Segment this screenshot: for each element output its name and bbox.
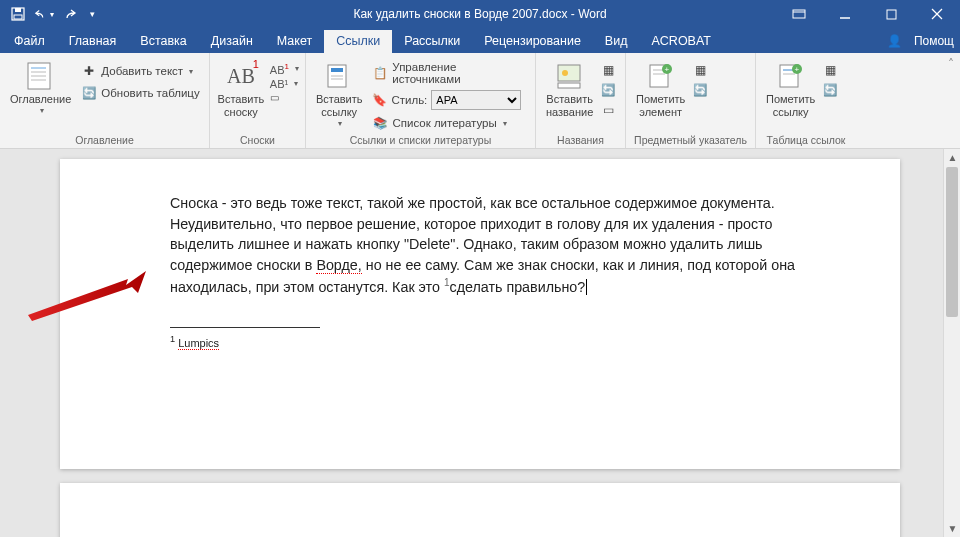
next-footnote-button[interactable]: AB¹▾ bbox=[268, 77, 301, 91]
citation-icon bbox=[323, 60, 355, 92]
minimize-icon[interactable] bbox=[822, 0, 868, 28]
group-captions: Вставить название ▦ 🔄 ▭ Названия bbox=[536, 53, 626, 148]
tab-insert[interactable]: Вставка bbox=[128, 30, 198, 53]
update-icon: 🔄 bbox=[81, 85, 97, 101]
insert-footnote-button[interactable]: AB 1 Вставить сноску bbox=[214, 57, 268, 119]
window-controls bbox=[776, 0, 960, 28]
page[interactable]: Сноска - это ведь тоже текст, такой же п… bbox=[60, 159, 900, 469]
quick-access-toolbar: ▾ ▾ bbox=[0, 0, 98, 28]
tab-references[interactable]: Ссылки bbox=[324, 30, 392, 53]
undo-icon[interactable]: ▾ bbox=[34, 4, 54, 24]
biblio-icon: 📚 bbox=[372, 115, 388, 131]
red-arrow-annotation bbox=[28, 271, 148, 321]
tab-view[interactable]: Вид bbox=[593, 30, 640, 53]
svg-rect-2 bbox=[14, 15, 22, 19]
toc-label: Оглавление bbox=[10, 93, 71, 106]
paragraph[interactable]: Сноска - это ведь тоже текст, такой же п… bbox=[170, 193, 800, 297]
tab-review[interactable]: Рецензирование bbox=[472, 30, 593, 53]
group-index-title: Предметный указатель bbox=[630, 133, 751, 147]
update-index-button[interactable]: 🔄 bbox=[691, 81, 709, 99]
svg-rect-1 bbox=[15, 8, 21, 12]
collapse-ribbon-icon[interactable]: ˄ bbox=[942, 53, 960, 148]
ribbon: Оглавление ▾ ✚Добавить текст▾ 🔄Обновить … bbox=[0, 53, 960, 149]
svg-text:+: + bbox=[664, 65, 669, 74]
svg-point-19 bbox=[562, 70, 568, 76]
share-icon[interactable]: 👤 bbox=[887, 34, 902, 48]
title-bar: ▾ ▾ Как удалить сноски в Ворде 2007.docx… bbox=[0, 0, 960, 28]
ribbon-tabs: Файл Главная Вставка Дизайн Макет Ссылки… bbox=[0, 28, 960, 53]
scroll-down-icon[interactable]: ▼ bbox=[944, 520, 960, 537]
mark-entry-button[interactable]: + Пометить элемент bbox=[630, 57, 691, 119]
scroll-thumb[interactable] bbox=[946, 167, 958, 317]
help-label[interactable]: Помощ bbox=[914, 34, 954, 48]
group-captions-title: Названия bbox=[540, 133, 621, 147]
update-table-button[interactable]: 🔄Обновить таблицу bbox=[77, 83, 203, 103]
mark-icon: + bbox=[645, 60, 677, 92]
close-icon[interactable] bbox=[914, 0, 960, 28]
footnote-separator bbox=[170, 327, 320, 328]
group-toa: + Пометить ссылку ▦ 🔄 Таблица ссылок bbox=[756, 53, 856, 148]
mark-cite-icon: + bbox=[775, 60, 807, 92]
footnote-text[interactable]: 1 Lumpics bbox=[170, 334, 800, 349]
style-icon: 🔖 bbox=[372, 93, 387, 107]
redo-icon[interactable] bbox=[60, 4, 80, 24]
insert-toa-button[interactable]: ▦ bbox=[821, 61, 839, 79]
toc-button[interactable]: Оглавление ▾ bbox=[4, 57, 77, 115]
group-index: + Пометить элемент ▦ 🔄 Предметный указат… bbox=[626, 53, 756, 148]
caption-opt3[interactable]: ▭ bbox=[599, 101, 617, 119]
qat-customize-icon[interactable]: ▾ bbox=[86, 4, 98, 24]
svg-marker-31 bbox=[28, 271, 146, 321]
tab-file[interactable]: Файл bbox=[2, 30, 57, 53]
update-toa-button[interactable]: 🔄 bbox=[821, 81, 839, 99]
insert-endnote-button[interactable]: AB1▾ bbox=[268, 61, 301, 77]
mark-citation-button[interactable]: + Пометить ссылку bbox=[760, 57, 821, 119]
svg-rect-20 bbox=[558, 83, 580, 88]
bibliography-button[interactable]: 📚Список литературы▾ bbox=[368, 113, 531, 133]
add-text-button[interactable]: ✚Добавить текст▾ bbox=[77, 61, 203, 81]
insert-footnote-label: Вставить сноску bbox=[218, 93, 265, 119]
group-toa-title: Таблица ссылок bbox=[760, 133, 852, 147]
tab-acrobat[interactable]: ACROBAT bbox=[639, 30, 723, 53]
caption-opt2[interactable]: 🔄 bbox=[599, 81, 617, 99]
caption-icon bbox=[554, 60, 586, 92]
group-toc-title: Оглавление bbox=[4, 133, 205, 147]
tab-mailings[interactable]: Рассылки bbox=[392, 30, 472, 53]
footnote-icon: AB 1 bbox=[225, 60, 257, 92]
maximize-icon[interactable] bbox=[868, 0, 914, 28]
svg-rect-18 bbox=[558, 65, 580, 81]
add-text-icon: ✚ bbox=[81, 63, 97, 79]
caption-opt1[interactable]: ▦ bbox=[599, 61, 617, 79]
show-notes-button[interactable]: ▭ bbox=[268, 91, 301, 104]
window-title: Как удалить сноски в Ворде 2007.docx - W… bbox=[353, 7, 606, 21]
toc-icon bbox=[25, 60, 57, 92]
svg-rect-15 bbox=[331, 68, 343, 72]
group-citations: Вставить ссылку ▾ 📋Управление источникам… bbox=[306, 53, 536, 148]
document-area: Сноска - это ведь тоже текст, такой же п… bbox=[0, 149, 960, 537]
svg-text:+: + bbox=[794, 65, 799, 74]
save-icon[interactable] bbox=[8, 4, 28, 24]
group-footnotes: AB 1 Вставить сноску AB1▾ AB¹▾ ▭ Сноски bbox=[210, 53, 306, 148]
style-select[interactable]: APA bbox=[431, 90, 521, 110]
page-next[interactable] bbox=[60, 483, 900, 537]
insert-citation-button[interactable]: Вставить ссылку ▾ bbox=[310, 57, 368, 128]
text-cursor bbox=[586, 279, 587, 295]
tab-home[interactable]: Главная bbox=[57, 30, 129, 53]
manage-sources-button[interactable]: 📋Управление источниками bbox=[368, 59, 531, 87]
insert-caption-button[interactable]: Вставить название bbox=[540, 57, 599, 119]
svg-rect-3 bbox=[793, 10, 805, 18]
insert-index-button[interactable]: ▦ bbox=[691, 61, 709, 79]
scroll-up-icon[interactable]: ▲ bbox=[944, 149, 960, 166]
manage-icon: 📋 bbox=[372, 65, 388, 81]
vertical-scrollbar[interactable]: ▲ ▼ bbox=[943, 149, 960, 537]
tab-layout[interactable]: Макет bbox=[265, 30, 324, 53]
style-row: 🔖 Стиль: APA bbox=[368, 88, 531, 112]
group-citations-title: Ссылки и списки литературы bbox=[310, 133, 531, 147]
group-toc: Оглавление ▾ ✚Добавить текст▾ 🔄Обновить … bbox=[0, 53, 210, 148]
svg-rect-6 bbox=[887, 10, 896, 19]
tab-design[interactable]: Дизайн bbox=[199, 30, 265, 53]
group-footnotes-title: Сноски bbox=[214, 133, 301, 147]
ribbon-display-icon[interactable] bbox=[776, 0, 822, 28]
